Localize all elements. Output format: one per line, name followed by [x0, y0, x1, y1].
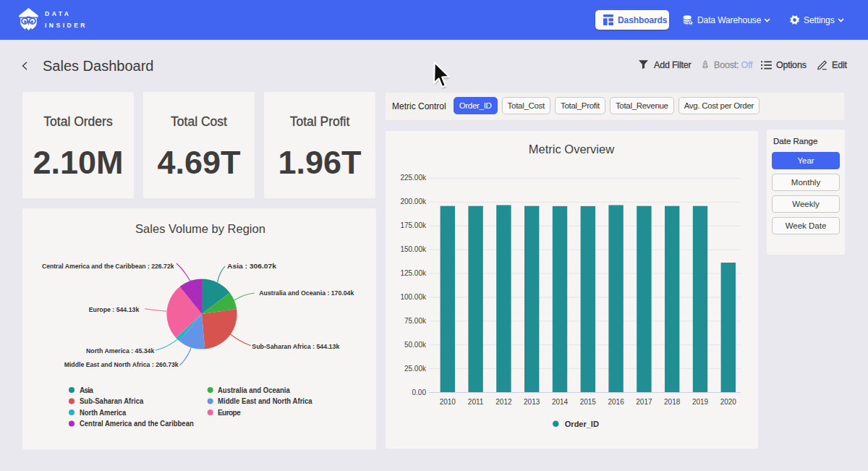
- svg-text:Middle East and North Africa :: Middle East and North Africa : 260.73k: [64, 360, 179, 368]
- svg-text:2017: 2017: [636, 398, 652, 406]
- svg-text:2012: 2012: [495, 398, 512, 406]
- svg-text:225.00k: 225.00k: [400, 174, 427, 182]
- svg-text:Australia and Oceania: Australia and Oceania: [218, 386, 290, 394]
- svg-text:Order_ID: Order_ID: [565, 420, 599, 428]
- svg-text:2015: 2015: [580, 398, 597, 406]
- svg-text:150.00k: 150.00k: [400, 245, 427, 253]
- svg-text:75.00k: 75.00k: [404, 317, 427, 325]
- svg-text:North America : 45.34k: North America : 45.34k: [86, 347, 155, 355]
- svg-text:North America: North America: [80, 409, 127, 417]
- svg-text:Asia: Asia: [80, 386, 93, 394]
- svg-text:50.00k: 50.00k: [404, 341, 427, 349]
- svg-text:Sub-Saharan Africa : 544.13k: Sub-Saharan Africa : 544.13k: [252, 342, 340, 350]
- svg-text:Sales Volume by Region: Sales Volume by Region: [135, 222, 265, 235]
- svg-text:Australia and Oceania : 170.04: Australia and Oceania : 170.04k: [259, 289, 354, 297]
- svg-text:2018: 2018: [664, 398, 681, 406]
- svg-text:Central America and the Caribb: Central America and the Caribbean : 226.…: [42, 262, 174, 270]
- svg-text:2020: 2020: [720, 398, 737, 406]
- svg-text:2010: 2010: [440, 398, 456, 406]
- svg-text:100.00k: 100.00k: [400, 293, 427, 301]
- svg-text:2014: 2014: [552, 398, 569, 406]
- svg-text:2019: 2019: [692, 398, 709, 406]
- svg-text:0.00: 0.00: [412, 389, 427, 396]
- svg-text:2013: 2013: [524, 398, 540, 406]
- svg-text:Europe: Europe: [218, 409, 241, 417]
- svg-text:125.00k: 125.00k: [400, 269, 427, 277]
- svg-text:25.00k: 25.00k: [404, 365, 427, 373]
- svg-text:Middle East and North Africa: Middle East and North Africa: [218, 397, 312, 405]
- svg-text:Europe : 544.13k: Europe : 544.13k: [89, 305, 140, 313]
- svg-text:175.00k: 175.00k: [400, 221, 427, 229]
- svg-text:Metric Overview: Metric Overview: [529, 143, 614, 156]
- svg-text:2011: 2011: [468, 398, 484, 406]
- svg-text:Sub-Saharan Africa: Sub-Saharan Africa: [80, 397, 144, 405]
- svg-text:200.00k: 200.00k: [400, 198, 427, 205]
- svg-text:Central America and the Caribb: Central America and the Caribbean: [80, 420, 194, 428]
- svg-text:2016: 2016: [608, 398, 624, 406]
- svg-text:Asia : 306.07k: Asia : 306.07k: [227, 262, 277, 270]
